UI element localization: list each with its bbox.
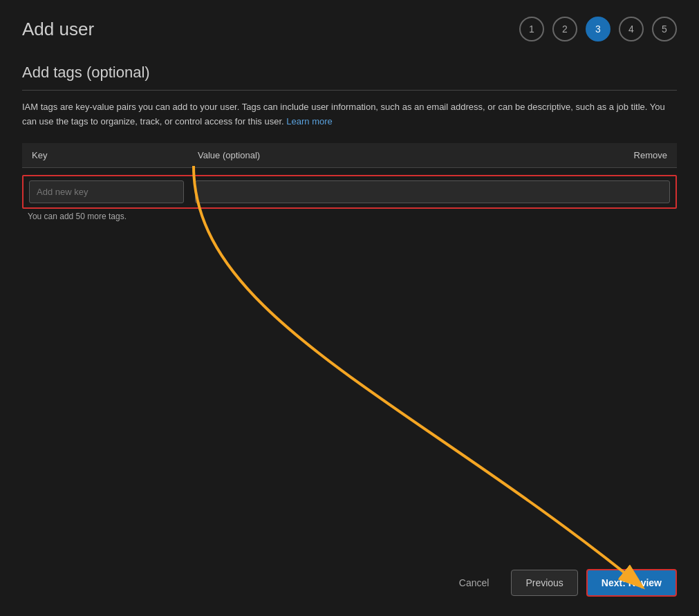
tag-input-row [22, 175, 677, 209]
footer: Cancel Previous Next: Review [445, 569, 677, 597]
page-header: Add user 1 2 3 4 5 [22, 17, 677, 41]
tag-hint: You can add 50 more tags. [22, 209, 677, 224]
cancel-button[interactable]: Cancel [445, 570, 503, 595]
table-header-row: Key Value (optional) Remove [22, 143, 677, 168]
step-5: 5 [652, 17, 677, 41]
step-4: 4 [619, 17, 644, 41]
step-2: 2 [552, 17, 577, 41]
key-column-header: Key [22, 143, 188, 168]
description: IAM tags are key-value pairs you can add… [22, 100, 677, 129]
step-indicators: 1 2 3 4 5 [519, 17, 677, 41]
tag-key-input[interactable] [29, 180, 184, 203]
remove-column-header: Remove [485, 143, 677, 168]
page-title: Add user [22, 19, 94, 40]
value-column-header: Value (optional) [188, 143, 485, 168]
previous-button[interactable]: Previous [511, 570, 577, 596]
next-review-button[interactable]: Next: Review [586, 569, 677, 597]
learn-more-link[interactable]: Learn more [286, 116, 332, 127]
step-3: 3 [586, 17, 611, 41]
tags-table: Key Value (optional) Remove [22, 143, 677, 168]
step-1: 1 [519, 17, 544, 41]
section-title: Add tags (optional) [22, 64, 677, 82]
tag-value-input[interactable] [195, 180, 670, 203]
divider [22, 90, 677, 91]
